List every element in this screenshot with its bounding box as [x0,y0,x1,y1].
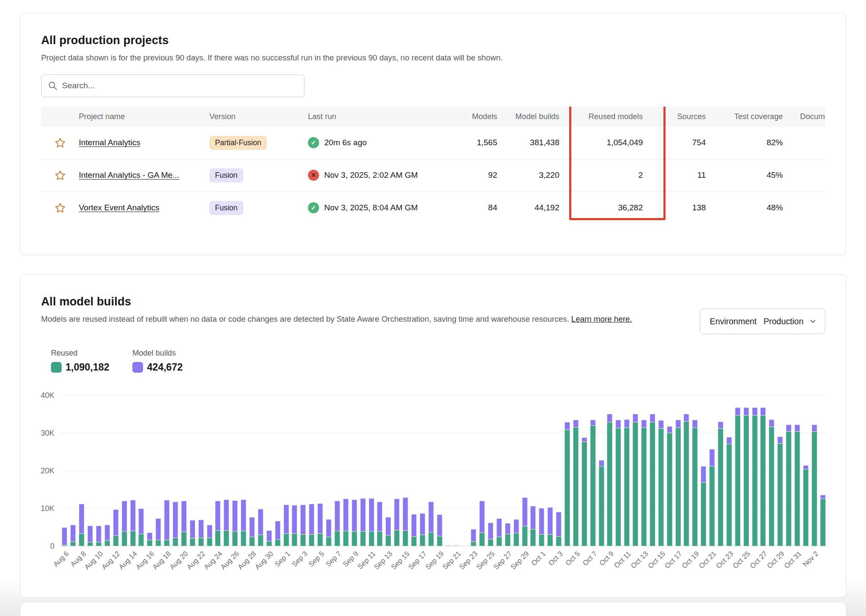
bar-sep-19[interactable] [435,395,444,546]
bar-oct-9[interactable] [606,395,614,546]
bar-aug-23[interactable] [205,395,214,546]
table-row[interactable]: Internal Analytics - GA Me...Fusion✕Nov … [41,159,825,191]
bar-nov-2[interactable] [810,395,818,546]
bar-sep-1[interactable] [282,395,290,546]
bar-oct-21[interactable] [708,395,717,546]
bar-oct-27[interactable] [759,395,767,546]
bar-aug-24[interactable] [214,395,222,546]
bar-aug-30[interactable] [265,395,273,546]
column-header-project-name[interactable]: Project name [79,112,209,121]
bar-sep-7[interactable] [333,395,342,546]
bar-sep-21[interactable] [452,395,461,546]
bar-oct-25[interactable] [742,395,750,546]
bar-sep-17[interactable] [418,395,427,546]
bar-aug-9[interactable] [86,395,95,546]
bar-sep-10[interactable] [358,395,367,546]
bar-oct-22[interactable] [717,395,725,546]
bar-oct-28[interactable] [767,395,776,546]
favorite-star-icon[interactable] [41,202,79,214]
bar-aug-10[interactable] [95,395,103,546]
bar-aug-14[interactable] [128,395,137,546]
bar-oct-14[interactable] [648,395,657,546]
bar-sep-23[interactable] [469,395,478,546]
bar-aug-13[interactable] [120,395,128,546]
bar-oct-19[interactable] [691,395,699,546]
bar-aug-26[interactable] [231,395,239,546]
column-header-last-run[interactable]: Last run [308,112,430,121]
bar-sep-18[interactable] [427,395,435,546]
bar-nov-3[interactable] [818,395,827,546]
bar-oct-17[interactable] [674,395,682,546]
bar-sep-6[interactable] [325,395,333,546]
bar-aug-28[interactable] [248,395,257,546]
bar-oct-30[interactable] [785,395,793,546]
bar-sep-9[interactable] [350,395,358,546]
bar-oct-31[interactable] [793,395,802,546]
bar-sep-28[interactable] [512,395,520,546]
column-header-model-builds[interactable]: Model builds [497,112,559,121]
bar-sep-15[interactable] [401,395,410,546]
bar-oct-15[interactable] [657,395,665,546]
bar-oct-2[interactable] [546,395,555,546]
bar-sep-2[interactable] [290,395,299,546]
table-row[interactable]: Vortex Event AnalyticsFusion✓Nov 3, 2025… [41,191,825,224]
bar-sep-13[interactable] [384,395,393,546]
bar-oct-13[interactable] [640,395,648,546]
bar-aug-29[interactable] [256,395,265,546]
favorite-star-icon[interactable] [41,137,79,149]
bar-aug-21[interactable] [188,395,197,546]
bar-oct-29[interactable] [776,395,785,546]
bar-sep-8[interactable] [341,395,350,546]
bar-oct-4[interactable] [563,395,572,546]
bar-aug-16[interactable] [146,395,154,546]
bar-oct-1[interactable] [538,395,546,546]
column-header-documentation[interactable]: Documentation [783,112,825,121]
bar-aug-11[interactable] [103,395,111,546]
bar-oct-12[interactable] [631,395,640,546]
bar-aug-18[interactable] [163,395,171,546]
project-name-link[interactable]: Internal Analytics [79,138,140,147]
bar-sep-5[interactable] [316,395,325,546]
bar-sep-24[interactable] [478,395,487,546]
bar-aug-31[interactable] [273,395,282,546]
bar-oct-7[interactable] [588,395,597,546]
bar-sep-27[interactable] [503,395,512,546]
project-name-link[interactable]: Internal Analytics - GA Me... [79,170,179,179]
bar-nov-1[interactable] [801,395,810,546]
bar-sep-25[interactable] [487,395,495,546]
table-row[interactable]: Internal AnalyticsPartial-Fusion✓20m 6s … [41,127,825,159]
project-name-link[interactable]: Vortex Event Analytics [79,203,159,212]
bar-sep-30[interactable] [529,395,538,546]
bar-oct-16[interactable] [665,395,674,546]
bar-sep-22[interactable] [461,395,469,546]
bar-aug-19[interactable] [171,395,180,546]
bar-aug-20[interactable] [179,395,188,546]
bar-oct-11[interactable] [623,395,631,546]
column-header-models[interactable]: Models [430,112,497,121]
bar-oct-3[interactable] [555,395,563,546]
column-header-version[interactable]: Version [209,112,308,121]
bar-aug-6[interactable] [60,395,69,546]
bar-aug-7[interactable] [69,395,78,546]
bar-oct-8[interactable] [597,395,606,546]
bar-aug-27[interactable] [239,395,248,546]
bar-oct-10[interactable] [614,395,623,546]
bar-sep-16[interactable] [410,395,418,546]
bar-sep-11[interactable] [367,395,376,546]
favorite-star-icon[interactable] [41,170,79,181]
bar-sep-4[interactable] [308,395,316,546]
column-header-test-coverage[interactable]: Test coverage [706,112,783,121]
bar-oct-23[interactable] [725,395,733,546]
bar-sep-20[interactable] [444,395,452,546]
column-header-reused-models[interactable]: Reused models [559,112,643,121]
learn-more-link[interactable]: Learn more here. [571,314,632,323]
bar-oct-18[interactable] [682,395,691,546]
environment-select[interactable]: Environment Production [700,308,825,334]
search-input[interactable] [41,75,305,97]
column-header-sources[interactable]: Sources [643,112,706,121]
bar-oct-6[interactable] [580,395,588,546]
bar-sep-26[interactable] [495,395,503,546]
bar-aug-12[interactable] [111,395,120,546]
bar-oct-5[interactable] [571,395,580,546]
bar-sep-14[interactable] [393,395,401,546]
